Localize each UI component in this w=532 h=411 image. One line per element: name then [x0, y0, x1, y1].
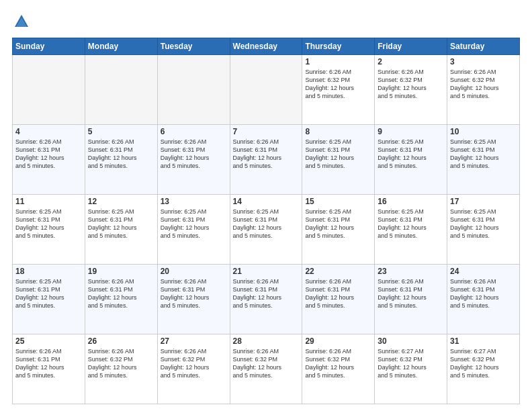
- calendar-cell: 14Sunrise: 6:25 AM Sunset: 6:31 PM Dayli…: [230, 195, 302, 265]
- calendar-week-2: 4Sunrise: 6:26 AM Sunset: 6:31 PM Daylig…: [13, 125, 520, 195]
- day-number: 31: [450, 336, 517, 346]
- day-number: 27: [161, 336, 227, 346]
- calendar-cell: 13Sunrise: 6:25 AM Sunset: 6:31 PM Dayli…: [157, 195, 230, 265]
- logo: [12, 12, 34, 31]
- calendar-cell: 12Sunrise: 6:25 AM Sunset: 6:31 PM Dayli…: [85, 195, 157, 265]
- header: [12, 12, 520, 31]
- calendar-cell: 10Sunrise: 6:25 AM Sunset: 6:31 PM Dayli…: [447, 125, 520, 195]
- day-info: Sunrise: 6:26 AM Sunset: 6:31 PM Dayligh…: [15, 138, 82, 171]
- calendar-cell: 22Sunrise: 6:26 AM Sunset: 6:31 PM Dayli…: [302, 265, 375, 334]
- day-info: Sunrise: 6:27 AM Sunset: 6:32 PM Dayligh…: [378, 347, 444, 380]
- calendar-cell: 1Sunrise: 6:26 AM Sunset: 6:32 PM Daylig…: [302, 55, 375, 125]
- day-info: Sunrise: 6:26 AM Sunset: 6:31 PM Dayligh…: [161, 277, 227, 310]
- day-info: Sunrise: 6:26 AM Sunset: 6:32 PM Dayligh…: [450, 68, 517, 101]
- page: SundayMondayTuesdayWednesdayThursdayFrid…: [0, 0, 532, 411]
- day-info: Sunrise: 6:25 AM Sunset: 6:31 PM Dayligh…: [305, 138, 371, 171]
- calendar-cell: 5Sunrise: 6:26 AM Sunset: 6:31 PM Daylig…: [85, 125, 157, 195]
- calendar-cell: 16Sunrise: 6:25 AM Sunset: 6:31 PM Dayli…: [375, 195, 447, 265]
- calendar-cell: [230, 55, 302, 125]
- calendar-cell: 2Sunrise: 6:26 AM Sunset: 6:32 PM Daylig…: [375, 55, 447, 125]
- logo-icon: [12, 12, 31, 31]
- day-number: 15: [305, 197, 371, 206]
- day-info: Sunrise: 6:26 AM Sunset: 6:32 PM Dayligh…: [378, 68, 444, 101]
- day-info: Sunrise: 6:25 AM Sunset: 6:31 PM Dayligh…: [161, 208, 227, 240]
- day-number: 23: [378, 267, 444, 276]
- day-number: 8: [305, 127, 371, 136]
- day-info: Sunrise: 6:26 AM Sunset: 6:32 PM Dayligh…: [88, 347, 154, 380]
- day-number: 14: [233, 197, 300, 206]
- calendar-cell: 20Sunrise: 6:26 AM Sunset: 6:31 PM Dayli…: [157, 265, 230, 334]
- day-number: 3: [450, 57, 517, 66]
- day-number: 4: [15, 127, 82, 136]
- calendar-header-row: SundayMondayTuesdayWednesdayThursdayFrid…: [13, 38, 520, 55]
- calendar-table: SundayMondayTuesdayWednesdayThursdayFrid…: [12, 38, 520, 404]
- day-info: Sunrise: 6:25 AM Sunset: 6:31 PM Dayligh…: [450, 208, 517, 240]
- calendar-cell: 9Sunrise: 6:25 AM Sunset: 6:31 PM Daylig…: [375, 125, 447, 195]
- calendar-cell: 17Sunrise: 6:25 AM Sunset: 6:31 PM Dayli…: [447, 195, 520, 265]
- calendar-cell: 11Sunrise: 6:25 AM Sunset: 6:31 PM Dayli…: [13, 195, 85, 265]
- day-number: 10: [450, 127, 517, 136]
- calendar-cell: 31Sunrise: 6:27 AM Sunset: 6:32 PM Dayli…: [447, 334, 520, 404]
- calendar-cell: [13, 55, 85, 125]
- day-info: Sunrise: 6:26 AM Sunset: 6:32 PM Dayligh…: [233, 347, 300, 380]
- day-number: 28: [233, 336, 300, 346]
- day-info: Sunrise: 6:26 AM Sunset: 6:31 PM Dayligh…: [233, 138, 300, 171]
- day-info: Sunrise: 6:26 AM Sunset: 6:31 PM Dayligh…: [161, 138, 227, 171]
- day-number: 16: [378, 197, 444, 206]
- calendar-cell: 28Sunrise: 6:26 AM Sunset: 6:32 PM Dayli…: [230, 334, 302, 404]
- day-info: Sunrise: 6:26 AM Sunset: 6:31 PM Dayligh…: [378, 277, 444, 310]
- day-info: Sunrise: 6:25 AM Sunset: 6:31 PM Dayligh…: [378, 138, 444, 171]
- column-header-tuesday: Tuesday: [157, 38, 230, 55]
- day-number: 24: [450, 267, 517, 276]
- calendar-cell: 8Sunrise: 6:25 AM Sunset: 6:31 PM Daylig…: [302, 125, 375, 195]
- calendar-week-1: 1Sunrise: 6:26 AM Sunset: 6:32 PM Daylig…: [13, 55, 520, 125]
- column-header-saturday: Saturday: [447, 38, 520, 55]
- calendar-cell: 27Sunrise: 6:26 AM Sunset: 6:32 PM Dayli…: [157, 334, 230, 404]
- calendar-cell: 29Sunrise: 6:26 AM Sunset: 6:32 PM Dayli…: [302, 334, 375, 404]
- day-number: 7: [233, 127, 300, 136]
- calendar-cell: 19Sunrise: 6:26 AM Sunset: 6:31 PM Dayli…: [85, 265, 157, 334]
- calendar-cell: [157, 55, 230, 125]
- day-number: 19: [88, 267, 154, 276]
- column-header-sunday: Sunday: [13, 38, 85, 55]
- column-header-friday: Friday: [375, 38, 447, 55]
- calendar-cell: 7Sunrise: 6:26 AM Sunset: 6:31 PM Daylig…: [230, 125, 302, 195]
- column-header-thursday: Thursday: [302, 38, 375, 55]
- calendar-week-3: 11Sunrise: 6:25 AM Sunset: 6:31 PM Dayli…: [13, 195, 520, 265]
- day-number: 26: [88, 336, 154, 346]
- day-info: Sunrise: 6:27 AM Sunset: 6:32 PM Dayligh…: [450, 347, 517, 380]
- calendar-cell: 25Sunrise: 6:26 AM Sunset: 6:31 PM Dayli…: [13, 334, 85, 404]
- day-info: Sunrise: 6:26 AM Sunset: 6:31 PM Dayligh…: [88, 138, 154, 171]
- day-number: 1: [305, 57, 371, 66]
- day-number: 21: [233, 267, 300, 276]
- day-info: Sunrise: 6:25 AM Sunset: 6:31 PM Dayligh…: [450, 138, 517, 171]
- calendar-cell: 15Sunrise: 6:25 AM Sunset: 6:31 PM Dayli…: [302, 195, 375, 265]
- day-info: Sunrise: 6:25 AM Sunset: 6:31 PM Dayligh…: [233, 208, 300, 240]
- day-number: 2: [378, 57, 444, 66]
- day-number: 22: [305, 267, 371, 276]
- calendar-week-5: 25Sunrise: 6:26 AM Sunset: 6:31 PM Dayli…: [13, 334, 520, 404]
- day-number: 12: [88, 197, 154, 206]
- calendar-cell: 24Sunrise: 6:26 AM Sunset: 6:31 PM Dayli…: [447, 265, 520, 334]
- day-info: Sunrise: 6:25 AM Sunset: 6:31 PM Dayligh…: [378, 208, 444, 240]
- day-number: 13: [161, 197, 227, 206]
- day-info: Sunrise: 6:25 AM Sunset: 6:31 PM Dayligh…: [15, 277, 82, 310]
- calendar-cell: 23Sunrise: 6:26 AM Sunset: 6:31 PM Dayli…: [375, 265, 447, 334]
- day-number: 9: [378, 127, 444, 136]
- calendar-cell: 4Sunrise: 6:26 AM Sunset: 6:31 PM Daylig…: [13, 125, 85, 195]
- calendar-cell: 26Sunrise: 6:26 AM Sunset: 6:32 PM Dayli…: [85, 334, 157, 404]
- day-info: Sunrise: 6:25 AM Sunset: 6:31 PM Dayligh…: [305, 208, 371, 240]
- day-number: 11: [15, 197, 82, 206]
- calendar-cell: 6Sunrise: 6:26 AM Sunset: 6:31 PM Daylig…: [157, 125, 230, 195]
- day-info: Sunrise: 6:26 AM Sunset: 6:32 PM Dayligh…: [161, 347, 227, 380]
- column-header-wednesday: Wednesday: [230, 38, 302, 55]
- day-number: 17: [450, 197, 517, 206]
- calendar-cell: 30Sunrise: 6:27 AM Sunset: 6:32 PM Dayli…: [375, 334, 447, 404]
- calendar-week-4: 18Sunrise: 6:25 AM Sunset: 6:31 PM Dayli…: [13, 265, 520, 334]
- day-number: 29: [305, 336, 371, 346]
- day-info: Sunrise: 6:26 AM Sunset: 6:32 PM Dayligh…: [305, 347, 371, 380]
- day-info: Sunrise: 6:26 AM Sunset: 6:31 PM Dayligh…: [233, 277, 300, 310]
- day-number: 30: [378, 336, 444, 346]
- day-info: Sunrise: 6:25 AM Sunset: 6:31 PM Dayligh…: [15, 208, 82, 240]
- day-info: Sunrise: 6:26 AM Sunset: 6:32 PM Dayligh…: [305, 68, 371, 101]
